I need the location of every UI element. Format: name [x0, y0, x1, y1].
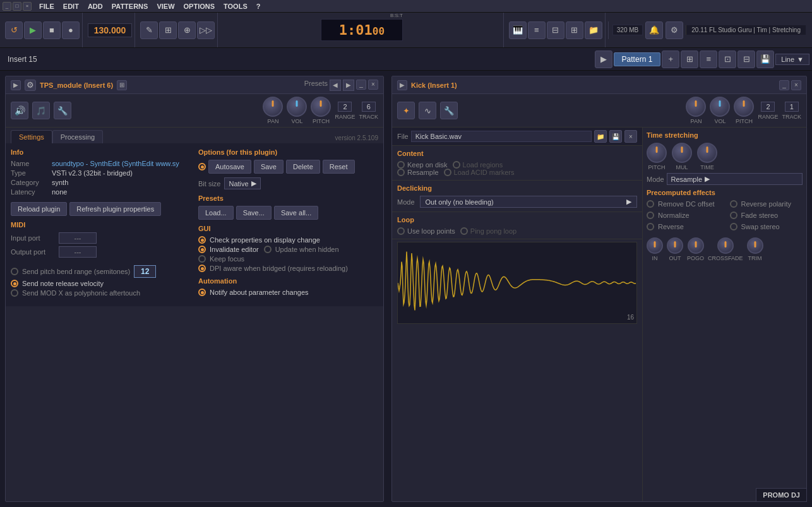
- tps-pitch-knob[interactable]: [311, 97, 331, 117]
- trim-knob[interactable]: [747, 237, 763, 254]
- autosave-radio[interactable]: [198, 163, 206, 170]
- loop-btn[interactable]: ↺: [5, 21, 23, 39]
- load-acid-radio[interactable]: [444, 169, 451, 176]
- tps-speaker-btn[interactable]: 🔊: [11, 102, 28, 119]
- tps-close-btn[interactable]: ×: [368, 80, 378, 90]
- pitch-bend-value[interactable]: 12: [134, 265, 156, 278]
- declicking-mode-value[interactable]: Out only (no bleeding) ▶: [420, 196, 637, 208]
- tps-vol-knob[interactable]: [287, 97, 307, 117]
- menu-view[interactable]: VIEW: [153, 2, 178, 11]
- use-loop-radio[interactable]: [397, 227, 405, 235]
- waveform-container[interactable]: 16: [397, 242, 637, 324]
- tps-midi-btn[interactable]: 🎵: [32, 102, 50, 119]
- crossfade-knob[interactable]: [717, 237, 734, 254]
- menu-tools[interactable]: TOOLS: [220, 2, 251, 11]
- tps-grid-btn[interactable]: ⊞: [117, 80, 127, 90]
- kick-minimize-btn[interactable]: _: [779, 80, 789, 90]
- reverse-polarity-radio[interactable]: [730, 200, 737, 208]
- minimize-btn[interactable]: _: [3, 2, 11, 11]
- tb2-add-btn[interactable]: +: [662, 51, 679, 68]
- bitsize-select[interactable]: Native ▶: [224, 177, 260, 189]
- options-delete-btn[interactable]: Delete: [286, 160, 320, 174]
- menu-add[interactable]: ADD: [84, 2, 107, 11]
- refresh-properties-btn[interactable]: Refresh plugin properties: [69, 202, 161, 216]
- kick-folder-btn[interactable]: 📁: [594, 130, 607, 143]
- pattern-btn[interactable]: Pattern 1: [614, 52, 661, 66]
- tps-gear-btn[interactable]: ⚙: [25, 80, 36, 91]
- line-select-wrapper[interactable]: Line ▼: [775, 54, 809, 65]
- load-btn[interactable]: Load...: [198, 206, 234, 220]
- pogo-knob[interactable]: [688, 237, 704, 254]
- kick-vol-knob[interactable]: [710, 97, 730, 117]
- kick-active-btn[interactable]: ✦: [397, 102, 415, 119]
- tab-processing[interactable]: Processing: [52, 130, 103, 143]
- invalidate-editor-radio[interactable]: [198, 246, 206, 253]
- forward-btn[interactable]: ▷▷: [197, 21, 215, 39]
- update-hidden-radio[interactable]: [264, 246, 272, 253]
- resample-radio[interactable]: [397, 169, 405, 176]
- out-knob[interactable]: [667, 237, 683, 254]
- tempo-display[interactable]: 130.000: [88, 23, 132, 37]
- reverse-radio[interactable]: [647, 223, 654, 230]
- in-knob[interactable]: [647, 237, 663, 254]
- ts-mul-knob[interactable]: [672, 143, 692, 163]
- menu-patterns[interactable]: PATTERNS: [108, 2, 152, 11]
- input-port-input[interactable]: ---: [59, 232, 97, 244]
- kick-close-file-btn[interactable]: ×: [624, 130, 637, 143]
- tps-minimize-btn[interactable]: _: [356, 80, 366, 90]
- tab-settings[interactable]: Settings: [11, 130, 52, 143]
- tb2-btn6[interactable]: 💾: [756, 51, 774, 68]
- kick-save-file-btn[interactable]: 💾: [609, 130, 622, 143]
- play-btn[interactable]: ▶: [24, 21, 42, 39]
- link-btn[interactable]: ⊞: [159, 21, 177, 39]
- save-all-btn[interactable]: Save all...: [274, 206, 318, 220]
- mod-x-radio[interactable]: [11, 289, 18, 297]
- menu-help[interactable]: ?: [253, 2, 265, 11]
- close-btn[interactable]: ×: [23, 2, 32, 11]
- note-velocity-radio[interactable]: [11, 280, 18, 287]
- options-reset-btn[interactable]: Reset: [323, 160, 355, 174]
- dpi-aware-radio[interactable]: [198, 265, 206, 272]
- stop-btn[interactable]: ■: [43, 21, 61, 39]
- tb2-btn4[interactable]: ⊡: [719, 51, 736, 68]
- options-save-btn[interactable]: Save: [254, 160, 284, 174]
- mixer-btn[interactable]: ≡: [528, 21, 546, 39]
- pencil-btn[interactable]: ✎: [140, 21, 158, 39]
- ts-mode-select[interactable]: Resample ▶: [667, 173, 803, 185]
- maximize-btn[interactable]: □: [13, 2, 21, 11]
- kick-wrench-btn[interactable]: 🔧: [440, 102, 458, 119]
- tb2-btn3[interactable]: ≡: [700, 51, 717, 68]
- tps-wrench-btn[interactable]: 🔧: [54, 102, 71, 119]
- menu-file[interactable]: FILE: [35, 2, 58, 11]
- tps-prev-btn[interactable]: ◀: [330, 80, 341, 91]
- kick-pan-knob[interactable]: [686, 97, 706, 117]
- pitch-bend-radio[interactable]: [11, 268, 18, 275]
- swap-stereo-radio[interactable]: [730, 223, 737, 230]
- tb2-btn1[interactable]: ▶: [595, 51, 612, 68]
- keep-focus-radio[interactable]: [198, 255, 206, 263]
- reload-plugin-btn[interactable]: Reload plugin: [11, 202, 67, 216]
- menu-edit[interactable]: EDIT: [59, 2, 83, 11]
- tb2-btn2[interactable]: ⊞: [681, 51, 698, 68]
- piano-roll-btn[interactable]: 🎹: [509, 21, 527, 39]
- plugin-btn[interactable]: ⊞: [566, 21, 583, 39]
- magnet-btn[interactable]: ⊕: [178, 21, 196, 39]
- record-btn[interactable]: ●: [62, 21, 80, 39]
- menu-options[interactable]: OPTIONS: [180, 2, 219, 11]
- kick-expand-btn[interactable]: ▶: [397, 80, 407, 90]
- kick-env-btn[interactable]: ∿: [419, 102, 436, 119]
- settings-btn[interactable]: ⚙: [666, 21, 683, 39]
- notify-radio[interactable]: [198, 289, 206, 296]
- check-properties-radio[interactable]: [198, 236, 206, 244]
- autosave-btn[interactable]: Autosave: [208, 160, 251, 174]
- tps-pan-knob[interactable]: [263, 97, 283, 117]
- tps-next-btn[interactable]: ▶: [343, 80, 354, 91]
- presave-btn[interactable]: Save...: [236, 206, 272, 220]
- ts-time-knob[interactable]: [697, 143, 717, 163]
- load-regions-radio[interactable]: [453, 161, 460, 169]
- tps-expand-btn[interactable]: ▶: [11, 80, 21, 90]
- kick-close-btn[interactable]: ×: [791, 80, 801, 90]
- fade-stereo-radio[interactable]: [730, 212, 737, 219]
- remove-dc-radio[interactable]: [647, 200, 654, 208]
- ping-pong-radio[interactable]: [460, 227, 468, 235]
